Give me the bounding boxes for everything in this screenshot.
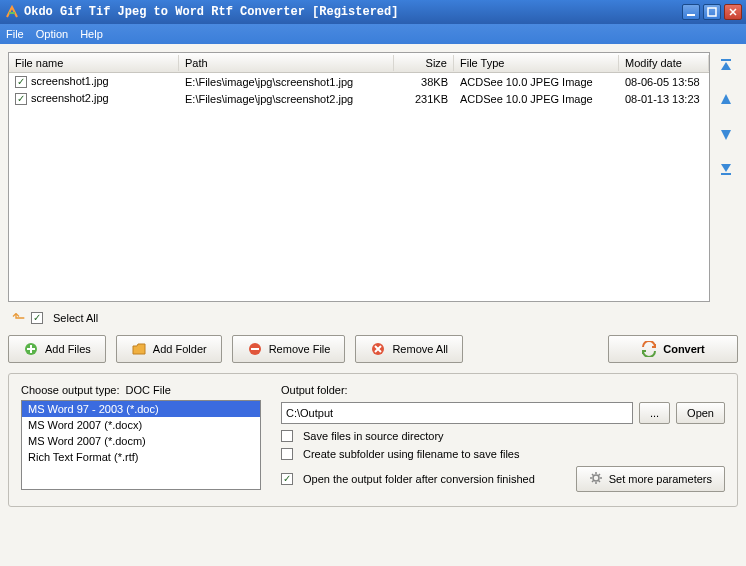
remove-all-label: Remove All bbox=[392, 343, 448, 355]
table-row[interactable]: screenshot2.jpgE:\Files\image\jpg\screen… bbox=[9, 90, 709, 107]
reorder-arrows bbox=[714, 52, 738, 302]
col-filename[interactable]: File name bbox=[9, 55, 179, 71]
window-title: Okdo Gif Tif Jpeg to Word Rtf Converter … bbox=[24, 5, 682, 19]
open-after-label: Open the output folder after conversion … bbox=[303, 473, 535, 485]
subfolder-label: Create subfolder using filename to save … bbox=[303, 448, 519, 460]
move-up-icon[interactable] bbox=[716, 90, 736, 110]
menu-help[interactable]: Help bbox=[80, 28, 103, 40]
output-type-item[interactable]: MS Word 2007 (*.docx) bbox=[22, 417, 260, 433]
select-all-checkbox[interactable] bbox=[31, 312, 43, 324]
cell-size: 231KB bbox=[394, 91, 454, 107]
output-type-label: Choose output type: DOC File bbox=[21, 384, 261, 396]
file-list-table[interactable]: File name Path Size File Type Modify dat… bbox=[8, 52, 710, 302]
app-logo-icon bbox=[4, 4, 20, 20]
browse-button[interactable]: ... bbox=[639, 402, 670, 424]
svg-line-14 bbox=[598, 481, 600, 483]
title-bar: Okdo Gif Tif Jpeg to Word Rtf Converter … bbox=[0, 0, 746, 24]
open-after-checkbox[interactable] bbox=[281, 473, 293, 485]
output-type-list[interactable]: MS Word 97 - 2003 (*.doc)MS Word 2007 (*… bbox=[21, 400, 261, 490]
cell-size: 38KB bbox=[394, 74, 454, 90]
remove-file-label: Remove File bbox=[269, 343, 331, 355]
svg-rect-2 bbox=[721, 59, 731, 61]
cell-type: ACDSee 10.0 JPEG Image bbox=[454, 91, 619, 107]
svg-point-8 bbox=[593, 475, 599, 481]
minus-icon bbox=[247, 341, 263, 357]
move-down-icon[interactable] bbox=[716, 124, 736, 144]
output-folder-input[interactable] bbox=[281, 402, 633, 424]
output-folder-label: Output folder: bbox=[281, 384, 725, 396]
menu-file[interactable]: File bbox=[6, 28, 24, 40]
select-all-label: Select All bbox=[53, 312, 98, 324]
table-row[interactable]: screenshot1.jpgE:\Files\image\jpg\screen… bbox=[9, 73, 709, 90]
move-top-icon[interactable] bbox=[716, 56, 736, 76]
cell-filename: screenshot1.jpg bbox=[31, 75, 109, 87]
open-folder-button[interactable]: Open bbox=[676, 402, 725, 424]
svg-line-15 bbox=[598, 474, 600, 476]
save-source-checkbox[interactable] bbox=[281, 430, 293, 442]
cell-path: E:\Files\image\jpg\screenshot2.jpg bbox=[179, 91, 394, 107]
cell-date: 08-01-13 13:23 bbox=[619, 91, 709, 107]
svg-line-13 bbox=[592, 474, 594, 476]
remove-file-button[interactable]: Remove File bbox=[232, 335, 346, 363]
add-files-button[interactable]: Add Files bbox=[8, 335, 106, 363]
save-source-label: Save files in source directory bbox=[303, 430, 444, 442]
subfolder-checkbox[interactable] bbox=[281, 448, 293, 460]
set-more-parameters-button[interactable]: Set more parameters bbox=[576, 466, 725, 492]
folder-icon bbox=[131, 341, 147, 357]
remove-all-icon bbox=[370, 341, 386, 357]
gear-icon bbox=[589, 471, 603, 487]
col-date[interactable]: Modify date bbox=[619, 55, 709, 71]
svg-rect-0 bbox=[687, 14, 695, 16]
add-folder-label: Add Folder bbox=[153, 343, 207, 355]
convert-button[interactable]: Convert bbox=[608, 335, 738, 363]
set-more-parameters-label: Set more parameters bbox=[609, 473, 712, 485]
minimize-button[interactable] bbox=[682, 4, 700, 20]
move-bottom-icon[interactable] bbox=[716, 158, 736, 178]
cell-date: 08-06-05 13:58 bbox=[619, 74, 709, 90]
row-checkbox[interactable] bbox=[15, 93, 27, 105]
remove-all-button[interactable]: Remove All bbox=[355, 335, 463, 363]
output-panel: Choose output type: DOC File MS Word 97 … bbox=[8, 373, 738, 507]
menu-option[interactable]: Option bbox=[36, 28, 68, 40]
close-button[interactable] bbox=[724, 4, 742, 20]
output-type-item[interactable]: MS Word 2007 (*.docm) bbox=[22, 433, 260, 449]
svg-rect-1 bbox=[708, 8, 716, 16]
col-type[interactable]: File Type bbox=[454, 55, 619, 71]
output-type-item[interactable]: Rich Text Format (*.rtf) bbox=[22, 449, 260, 465]
svg-rect-6 bbox=[251, 348, 259, 350]
output-type-item[interactable]: MS Word 97 - 2003 (*.doc) bbox=[22, 401, 260, 417]
row-checkbox[interactable] bbox=[15, 76, 27, 88]
cell-type: ACDSee 10.0 JPEG Image bbox=[454, 74, 619, 90]
col-size[interactable]: Size bbox=[394, 55, 454, 71]
table-header: File name Path Size File Type Modify dat… bbox=[9, 53, 709, 73]
menu-bar: File Option Help bbox=[0, 24, 746, 44]
add-files-label: Add Files bbox=[45, 343, 91, 355]
col-path[interactable]: Path bbox=[179, 55, 394, 71]
cell-filename: screenshot2.jpg bbox=[31, 92, 109, 104]
convert-icon bbox=[641, 341, 657, 357]
svg-line-16 bbox=[592, 481, 594, 483]
maximize-button[interactable] bbox=[703, 4, 721, 20]
cell-path: E:\Files\image\jpg\screenshot1.jpg bbox=[179, 74, 394, 90]
up-folder-icon[interactable]: ⬑ bbox=[12, 308, 25, 327]
convert-label: Convert bbox=[663, 343, 705, 355]
plus-icon bbox=[23, 341, 39, 357]
add-folder-button[interactable]: Add Folder bbox=[116, 335, 222, 363]
svg-rect-3 bbox=[721, 173, 731, 175]
